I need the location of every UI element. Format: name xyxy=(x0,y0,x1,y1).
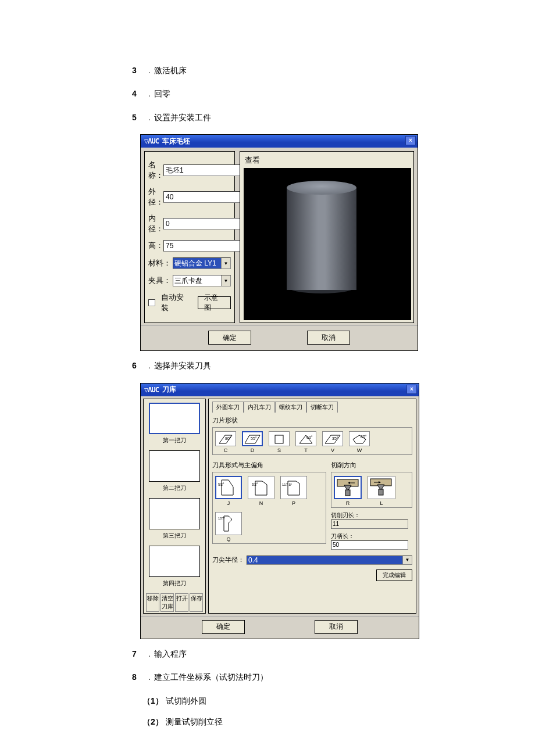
shape-v[interactable]: 35° V xyxy=(322,431,343,453)
step-text: 输入程序 xyxy=(154,647,187,660)
style-p[interactable]: 117.5° xyxy=(280,476,307,499)
shape-d[interactable]: 55° D xyxy=(242,431,263,453)
fixture-combo[interactable]: 三爪卡盘 ▼ xyxy=(173,275,231,286)
tab-thread[interactable]: 螺纹车刀 xyxy=(275,402,306,413)
tool-style-label: 刀具形式与主偏角 xyxy=(212,461,326,470)
auto-install-label: 自动安装 xyxy=(161,292,191,313)
chevron-down-icon: ▼ xyxy=(221,275,230,286)
shank-length-label: 刀柄长： xyxy=(331,532,366,540)
open-button[interactable]: 打开 xyxy=(175,593,188,612)
shape-w[interactable]: 80° W xyxy=(349,431,370,453)
tool-library-dialog: ▽ΛUC 刀库 × 第一把刀 第二把刀 第三把刀 第四把刀 移除 清空刀库 打开… xyxy=(140,383,419,639)
tool-type-tabs: 外圆车刀 内孔车刀 螺纹车刀 切断车刀 xyxy=(212,402,412,413)
ok-button[interactable]: 确定 xyxy=(208,331,251,345)
material-label: 材料： xyxy=(148,258,173,268)
svg-text:80°: 80° xyxy=(361,435,367,439)
dialog-title: 刀库 xyxy=(162,385,176,395)
inner-diameter-label: 内径： xyxy=(148,213,163,234)
cancel-button[interactable]: 取消 xyxy=(315,620,358,634)
tool-style-group: 93° J 63° N xyxy=(212,472,326,544)
tab-cutoff[interactable]: 切断车刀 xyxy=(306,402,338,413)
step-number: 5 xyxy=(132,111,148,124)
substep-8-1: （1） 试切削外圆 xyxy=(142,694,535,708)
cancel-button[interactable]: 取消 xyxy=(307,331,350,345)
finish-edit-button[interactable]: 完成编辑 xyxy=(376,569,412,581)
nose-radius-label: 刀尖半径： xyxy=(212,556,244,564)
insert-shape-label: 刀片形状 xyxy=(212,416,412,425)
close-icon[interactable]: × xyxy=(406,385,417,394)
edge-length-field[interactable] xyxy=(331,519,408,529)
tool-slot-1[interactable] xyxy=(149,403,200,434)
svg-text:35°: 35° xyxy=(332,436,338,440)
nose-radius-combo[interactable]: 0.4 ▼ xyxy=(247,556,412,565)
tool-slot-label: 第三把刀 xyxy=(163,532,186,540)
preview-panel: 查看 xyxy=(240,151,414,323)
tab-inner[interactable]: 内孔车刀 xyxy=(244,402,275,413)
diagram-button[interactable]: 示意图 xyxy=(198,296,231,309)
tool-config-panel: 外圆车刀 内孔车刀 螺纹车刀 切断车刀 刀片形状 80° C 55° D xyxy=(208,399,416,614)
tool-slot-4[interactable] xyxy=(149,546,200,577)
svg-text:60°: 60° xyxy=(306,435,313,439)
step-text: 激活机床 xyxy=(154,64,187,77)
style-n[interactable]: 63° xyxy=(248,476,274,499)
svg-text:55°: 55° xyxy=(251,436,257,440)
step-text: 建立工件坐标系（试切法时刀） xyxy=(154,671,268,683)
preview-viewport[interactable] xyxy=(244,168,411,320)
material-combo[interactable]: 硬铝合金 LY1 ▼ xyxy=(173,257,231,269)
style-q[interactable]: 107° xyxy=(215,512,242,535)
chevron-down-icon: ▼ xyxy=(402,556,412,564)
step-5: 5 . 设置并安装工件 xyxy=(132,111,535,124)
svg-rect-17 xyxy=(345,490,350,496)
cut-direction-group: R xyxy=(331,472,412,508)
step-8: 8 . 建立工件坐标系（试切法时刀） xyxy=(132,671,535,683)
tool-slot-label: 第一把刀 xyxy=(163,436,186,445)
step-text: 设置并安装工件 xyxy=(154,111,211,124)
shank-length-field[interactable] xyxy=(331,540,408,550)
save-button[interactable]: 保存 xyxy=(190,593,203,612)
svg-text:93°: 93° xyxy=(218,482,224,486)
svg-rect-4 xyxy=(275,435,283,443)
app-logo: ▽ΛUC xyxy=(144,137,159,145)
step-text: 回零 xyxy=(154,87,170,100)
svg-text:107°: 107° xyxy=(218,517,226,520)
fixture-label: 夹具： xyxy=(148,275,173,286)
close-icon[interactable]: × xyxy=(405,136,416,145)
titlebar[interactable]: ▽ΛUC 车床毛坯 × xyxy=(141,135,418,148)
svg-text:117.5°: 117.5° xyxy=(282,483,293,486)
outer-diameter-label: 外径： xyxy=(148,187,163,207)
step-number: 3 xyxy=(132,64,148,77)
step-number: 6 xyxy=(132,359,148,372)
substep-number: （2） xyxy=(142,717,163,726)
auto-install-checkbox[interactable] xyxy=(148,299,155,306)
tool-slot-3[interactable] xyxy=(149,498,200,529)
name-label: 名称： xyxy=(148,160,163,181)
ok-button[interactable]: 确定 xyxy=(202,620,245,634)
cut-l[interactable] xyxy=(368,476,395,499)
step-3: 3 . 激活机床 xyxy=(132,64,535,77)
substep-text: 测量试切削立径 xyxy=(166,717,223,726)
tool-slot-label: 第四把刀 xyxy=(163,579,186,587)
shape-c[interactable]: 80° C xyxy=(215,431,236,453)
height-label: 高： xyxy=(148,241,163,251)
svg-text:63°: 63° xyxy=(252,482,258,486)
cut-r[interactable] xyxy=(334,476,362,499)
shape-t[interactable]: 60° T xyxy=(295,431,316,453)
tab-outer[interactable]: 外圆车刀 xyxy=(212,402,244,413)
remove-button[interactable]: 移除 xyxy=(146,593,159,612)
step-4: 4 . 回零 xyxy=(132,87,535,100)
titlebar[interactable]: ▽ΛUC 刀库 × xyxy=(141,384,419,396)
form-panel: 名称： 外径： 内径： 高： 材料： 硬铝 xyxy=(144,151,235,323)
tool-slot-2[interactable] xyxy=(149,450,200,482)
clear-button[interactable]: 清空刀库 xyxy=(160,593,174,612)
preview-label: 查看 xyxy=(245,155,411,166)
style-j[interactable]: 93° xyxy=(215,476,242,499)
step-number: 7 xyxy=(132,647,148,660)
substep-number: （1） xyxy=(142,696,163,705)
cut-direction-label: 切削方向 xyxy=(331,461,412,470)
dialog-title: 车床毛坯 xyxy=(162,137,190,146)
substep-8-2: （2） 测量试切削立径 xyxy=(142,715,535,729)
tool-slot-panel: 第一把刀 第二把刀 第三把刀 第四把刀 移除 清空刀库 打开 保存 xyxy=(143,399,206,614)
substep-text: 试切削外圆 xyxy=(166,696,206,705)
shape-s[interactable]: S xyxy=(269,431,290,453)
edge-length-label: 切削刃长： xyxy=(331,511,366,519)
